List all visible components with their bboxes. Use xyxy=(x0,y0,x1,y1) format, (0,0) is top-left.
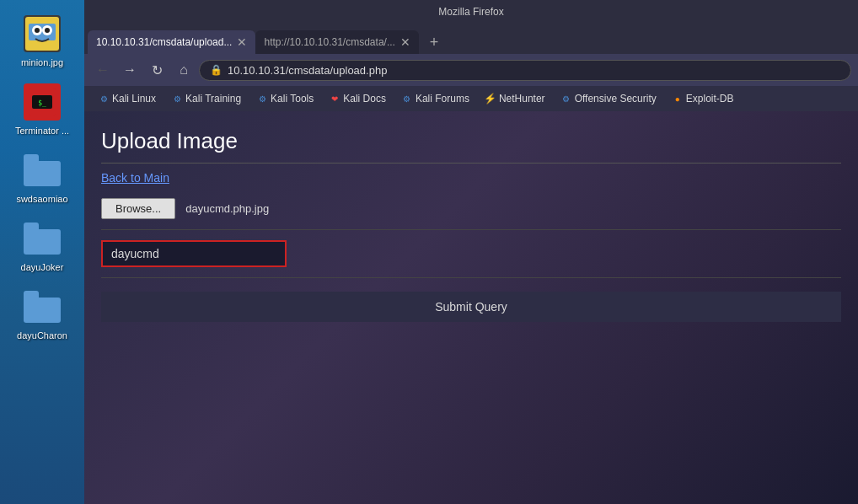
bookmark-offensive-security[interactable]: Offensive Security xyxy=(554,91,663,106)
submit-button[interactable]: Submit Query xyxy=(101,292,841,322)
submit-row: Submit Query xyxy=(101,292,841,322)
nav-bar: ← → ↻ ⌂ 🔒 10.10.10.31/cmsdata/upload.php xyxy=(84,54,858,86)
cmd-input[interactable] xyxy=(101,240,287,267)
folder2-label: dayuJoker xyxy=(21,262,64,272)
desktop-icon-minion[interactable]: minion.jpg xyxy=(8,8,76,72)
kali-tools-label: Kali Tools xyxy=(271,93,314,105)
file-name-display: dayucmd.php.jpg xyxy=(185,202,269,215)
kali-forums-label: Kali Forums xyxy=(416,93,469,105)
kali-linux-label: Kali Linux xyxy=(112,93,156,105)
title-bar: Mozilla Firefox xyxy=(84,0,858,24)
new-tab-button[interactable]: + xyxy=(422,30,446,54)
bookmark-exploit-db[interactable]: ● Exploit-DB xyxy=(665,91,741,106)
url-text: 10.10.10.31/cmsdata/upload.php xyxy=(228,64,387,77)
browser-title: Mozilla Firefox xyxy=(438,6,503,18)
bookmark-kali-linux[interactable]: Kali Linux xyxy=(91,91,163,106)
folder3-icon xyxy=(22,287,62,327)
desktop-icon-dayucharon[interactable]: dayuCharon xyxy=(8,281,76,346)
page-content: Upload Image Back to Main Browse... dayu… xyxy=(84,111,858,504)
nethunter-label: NetHunter xyxy=(499,93,545,105)
terminator-icon: $_ xyxy=(22,82,62,122)
exploit-db-label: Exploit-DB xyxy=(686,93,734,105)
bookmark-kali-training[interactable]: Kali Training xyxy=(164,91,248,106)
minion-label: minion.jpg xyxy=(21,57,63,67)
lock-icon: 🔒 xyxy=(210,64,223,76)
desktop-sidebar: minion.jpg $_ Terminator ... swdsaomiao xyxy=(0,0,84,504)
browse-button[interactable]: Browse... xyxy=(101,198,175,219)
kali-training-label: Kali Training xyxy=(185,93,241,105)
svg-point-5 xyxy=(35,28,40,33)
back-to-main-link[interactable]: Back to Main xyxy=(101,171,169,185)
kali-training-icon xyxy=(171,93,183,105)
upload-row: Browse... dayucmd.php.jpg xyxy=(101,198,841,230)
bookmark-kali-forums[interactable]: Kali Forums xyxy=(394,91,476,106)
svg-point-6 xyxy=(45,28,50,33)
bookmark-kali-docs[interactable]: ❤ Kali Docs xyxy=(322,91,393,106)
folder1-label: swdsaomiao xyxy=(16,194,67,204)
bookmark-nethunter[interactable]: ⚡ NetHunter xyxy=(478,91,552,106)
address-bar[interactable]: 🔒 10.10.10.31/cmsdata/upload.php xyxy=(199,60,851,81)
forward-button[interactable]: → xyxy=(118,58,142,82)
tab-bar: 10.10.10.31/cmsdata/upload... ✕ http://1… xyxy=(84,24,858,54)
tab-inactive[interactable]: http://10.10.10.31/cmsdata/... ✕ xyxy=(255,30,418,54)
back-button[interactable]: ← xyxy=(91,58,115,82)
bookmark-kali-tools[interactable]: Kali Tools xyxy=(249,91,320,106)
desktop-icon-terminator[interactable]: $_ Terminator ... xyxy=(8,77,76,141)
offensive-security-icon xyxy=(560,93,572,105)
reload-button[interactable]: ↻ xyxy=(145,58,169,82)
home-button[interactable]: ⌂ xyxy=(172,58,196,82)
tab2-label: http://10.10.10.31/cmsdata/... xyxy=(264,36,394,48)
kali-linux-icon xyxy=(98,93,110,105)
desktop-icon-dayujoker[interactable]: dayuJoker xyxy=(8,213,76,277)
folder1-icon xyxy=(22,150,62,190)
page-title: Upload Image xyxy=(101,128,841,164)
tab1-close[interactable]: ✕ xyxy=(237,35,247,49)
kali-forums-icon xyxy=(401,93,413,105)
browser-window: Mozilla Firefox 10.10.10.31/cmsdata/uplo… xyxy=(84,0,858,504)
terminator-label: Terminator ... xyxy=(15,126,69,136)
tab2-close[interactable]: ✕ xyxy=(400,35,410,49)
offensive-security-label: Offensive Security xyxy=(575,93,657,105)
kali-docs-icon: ❤ xyxy=(329,93,341,105)
kali-tools-icon xyxy=(256,93,268,105)
nethunter-icon: ⚡ xyxy=(485,93,496,105)
minion-icon xyxy=(22,13,62,54)
text-input-row xyxy=(101,240,841,278)
tab1-label: 10.10.10.31/cmsdata/upload... xyxy=(96,36,232,48)
folder3-label: dayuCharon xyxy=(17,330,67,340)
desktop-icon-swdsaomiao[interactable]: swdsaomiao xyxy=(8,145,76,209)
exploit-db-icon: ● xyxy=(672,93,684,105)
folder2-icon xyxy=(22,218,62,259)
kali-docs-label: Kali Docs xyxy=(343,93,386,105)
tab-active[interactable]: 10.10.10.31/cmsdata/upload... ✕ xyxy=(88,30,255,54)
svg-text:$_: $_ xyxy=(38,99,46,107)
bookmarks-bar: Kali Linux Kali Training Kali Tools ❤ Ka… xyxy=(84,86,858,111)
